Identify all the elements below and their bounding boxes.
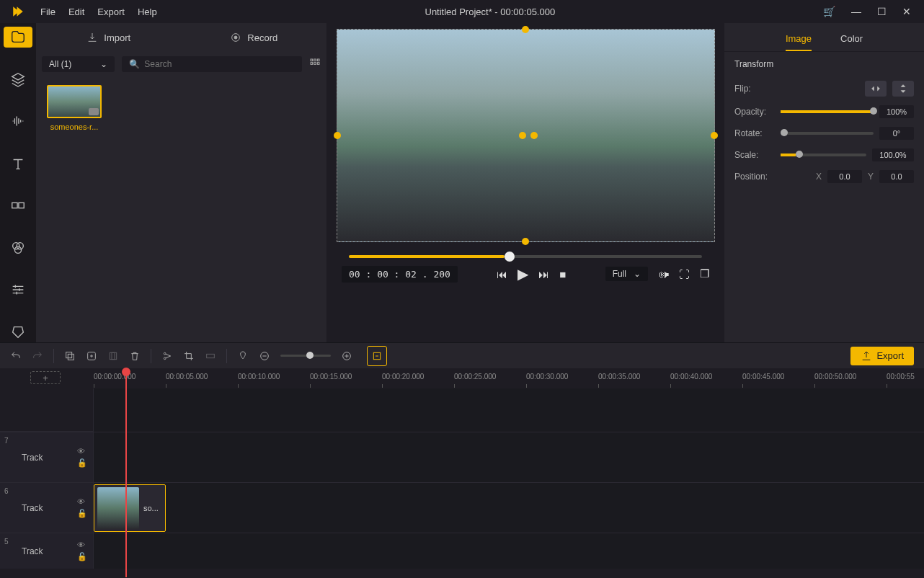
media-filter-dropdown[interactable]: All (1)⌄ [42, 56, 115, 72]
copy-button[interactable] [64, 350, 76, 362]
position-y[interactable]: 0.0 [879, 170, 914, 183]
media-name: someones-r... [50, 123, 99, 131]
add-button[interactable] [86, 350, 97, 362]
split-button[interactable] [161, 350, 173, 362]
flip-horizontal-button[interactable] [865, 81, 887, 97]
redo-button[interactable] [32, 350, 43, 362]
position-x[interactable]: 0.0 [827, 170, 862, 183]
svg-point-4 [14, 246, 21, 253]
media-search[interactable]: 🔍 [122, 56, 302, 72]
tab-import[interactable]: Import [36, 23, 182, 52]
lock-icon[interactable]: 🔓 [77, 552, 87, 561]
rail-adjust-icon[interactable] [4, 280, 32, 301]
rail-layers-icon[interactable] [4, 69, 32, 90]
ruler-tick: 00:00:30.000 [526, 373, 568, 381]
rail-audio-icon[interactable] [4, 111, 32, 132]
rotate-label: Rotate: [734, 128, 775, 138]
window-close[interactable]: ✕ [902, 6, 911, 17]
opacity-value[interactable]: 100% [879, 105, 914, 118]
svg-rect-8 [314, 59, 316, 61]
undo-button[interactable] [10, 350, 22, 362]
crop-button[interactable] [183, 350, 195, 362]
snapshot-icon[interactable]: ⛶ [679, 268, 690, 280]
grid-view-icon[interactable] [309, 58, 321, 71]
lock-icon[interactable]: 🔓 [77, 458, 87, 468]
rail-media-icon[interactable] [4, 27, 32, 48]
transform-section: Transform [724, 52, 924, 76]
eye-icon[interactable]: 👁 [77, 541, 87, 549]
lock-icon[interactable]: 🔓 [77, 509, 87, 518]
window-minimize[interactable]: — [851, 6, 861, 17]
timeline-toolbar: Export [0, 342, 924, 368]
add-track-button[interactable]: + [30, 371, 61, 384]
rotate-value[interactable]: 0° [879, 127, 914, 140]
tab-image[interactable]: Image [786, 33, 812, 51]
track-header[interactable]: 5 Track 👁🔓 [0, 533, 94, 569]
shopping-cart-icon[interactable]: 🛒 [823, 6, 835, 17]
rail-filters-icon[interactable] [4, 238, 32, 259]
export-settings-button[interactable] [367, 346, 387, 366]
preview-frame[interactable] [337, 29, 715, 242]
tracks-area: 7 Track 👁🔓 6 Track 👁🔓 so... 5 Tr [0, 388, 924, 578]
export-button[interactable]: Export [850, 347, 914, 365]
svg-rect-13 [66, 352, 72, 357]
svg-rect-17 [112, 352, 117, 359]
ruler-tick: 00:00:55 [887, 373, 915, 381]
track-header[interactable]: 6 Track 👁🔓 [0, 483, 94, 533]
svg-rect-1 [19, 203, 24, 208]
playhead[interactable] [125, 368, 127, 577]
detach-icon[interactable]: ❐ [700, 267, 709, 280]
rail-text-icon[interactable] [4, 154, 32, 174]
speed-button[interactable] [205, 350, 216, 362]
timeline-ruler[interactable]: + 00:00:00.00000:00:05.00000:00:10.00000… [0, 368, 924, 388]
flip-vertical-button[interactable] [892, 81, 914, 97]
ruler-tick: 00:00:20.000 [382, 373, 424, 381]
seek-slider[interactable] [349, 255, 702, 258]
marker-button[interactable] [237, 350, 249, 362]
tab-color[interactable]: Color [840, 33, 863, 51]
svg-point-3 [17, 242, 23, 249]
zoom-slider[interactable] [280, 355, 331, 357]
next-frame-button[interactable]: ⏭ [538, 268, 549, 280]
prev-frame-button[interactable]: ⏮ [497, 268, 507, 280]
eye-icon[interactable]: 👁 [77, 497, 87, 506]
search-icon: 🔍 [129, 59, 140, 69]
zoom-out-button[interactable] [259, 350, 270, 362]
svg-rect-10 [311, 62, 313, 64]
rail-elements-icon[interactable] [4, 322, 32, 343]
scale-value[interactable]: 100.0% [872, 148, 914, 161]
scale-slider[interactable] [781, 154, 866, 156]
timeline-clip[interactable]: so... [94, 484, 166, 532]
rail-transitions-icon[interactable] [4, 195, 32, 216]
track-row [0, 388, 924, 432]
menu-file[interactable]: File [40, 6, 55, 17]
window-maximize[interactable]: ☐ [877, 6, 887, 17]
opacity-label: Opacity: [734, 107, 775, 117]
import-label: Import [104, 32, 130, 43]
position-label: Position: [734, 172, 775, 182]
scale-label: Scale: [734, 150, 775, 160]
track-row: 5 Track 👁🔓 [0, 533, 924, 569]
menu-edit[interactable]: Edit [68, 6, 84, 17]
volume-icon[interactable]: 🕪 [658, 268, 669, 280]
play-button[interactable]: ▶ [517, 265, 528, 283]
preview-size-select[interactable]: Full⌄ [605, 267, 648, 281]
record-label: Record [247, 32, 277, 43]
media-item[interactable]: someones-r... [45, 85, 104, 131]
eye-icon[interactable]: 👁 [77, 447, 87, 455]
ruler-tick: 00:00:40.000 [670, 373, 712, 381]
delete-button[interactable] [129, 350, 141, 362]
menu-help[interactable]: Help [138, 6, 157, 17]
rotate-slider[interactable] [781, 132, 874, 135]
opacity-slider[interactable] [781, 110, 874, 113]
search-input[interactable] [144, 59, 295, 69]
y-label: Y [868, 172, 874, 182]
zoom-in-button[interactable] [341, 350, 352, 362]
tab-record[interactable]: Record [182, 23, 327, 52]
duplicate-button[interactable] [107, 350, 119, 362]
sidebar-rail [0, 23, 36, 342]
menu-export[interactable]: Export [97, 6, 125, 17]
ruler-tick: 00:00:35.000 [598, 373, 640, 381]
stop-button[interactable]: ■ [559, 268, 566, 280]
track-header[interactable]: 7 Track 👁🔓 [0, 432, 94, 482]
